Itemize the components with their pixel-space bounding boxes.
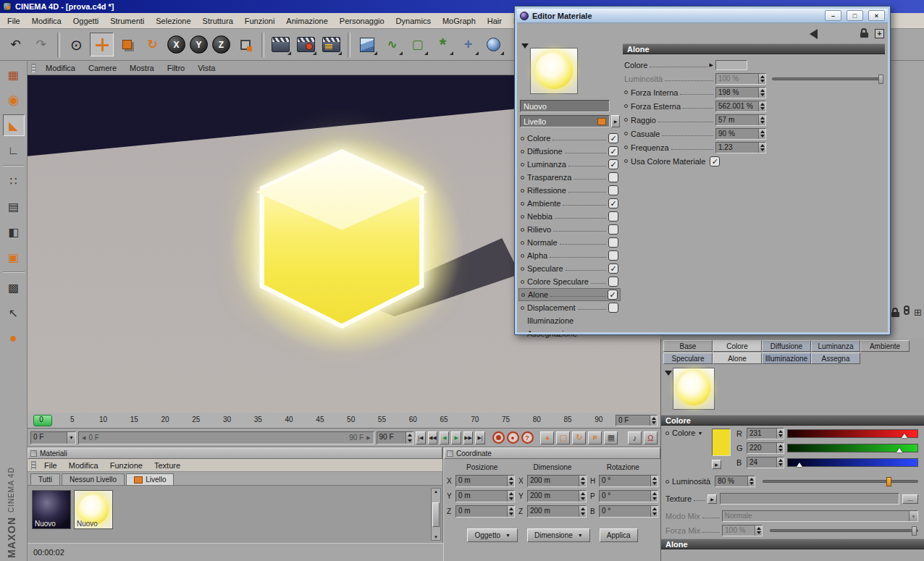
range-end-handle[interactable]: ▶ — [366, 435, 370, 441]
add-environment-button[interactable] — [482, 33, 505, 56]
stepper-icon[interactable] — [579, 506, 586, 517]
pos-y-field[interactable]: 0 m — [455, 490, 515, 502]
add-deformer-button[interactable]: + — [456, 33, 480, 56]
record-rotation-toggle[interactable]: ↻ — [572, 431, 586, 444]
anim-dot-icon[interactable] — [521, 150, 524, 153]
stepper-icon[interactable] — [758, 88, 765, 98]
material-editor-titlebar[interactable]: Editor Materiale – □ × — [517, 9, 888, 23]
channel-riflessione[interactable]: Riflessione — [518, 184, 621, 197]
preview-dropdown-icon[interactable] — [521, 43, 529, 48]
record-pla-toggle[interactable]: ▦ — [604, 431, 618, 444]
anim-dot-icon[interactable] — [521, 189, 524, 193]
stepper-icon[interactable] — [758, 143, 765, 153]
slider-marker-icon[interactable] — [902, 434, 907, 438]
channel-checkbox[interactable]: ✓ — [608, 146, 618, 156]
color-section-header[interactable]: Colore — [661, 415, 924, 426]
snap-toggle[interactable]: Ω — [644, 431, 658, 444]
goto-end-button[interactable]: ▶| — [475, 431, 484, 444]
channel-checkbox[interactable]: ✓ — [608, 263, 618, 274]
mat-menu-funzione[interactable]: Funzione — [104, 460, 148, 471]
render-settings-button[interactable] — [319, 33, 343, 56]
add-spline-button[interactable]: ∿ — [380, 33, 404, 56]
lock-icon[interactable] — [860, 28, 868, 38]
current-frame-field[interactable]: 0 F▼ — [30, 431, 76, 444]
channel-checkbox[interactable] — [608, 172, 618, 182]
material-thumbnail[interactable]: Nuovo — [32, 490, 71, 529]
model-mode-button[interactable]: ◉ — [3, 89, 25, 111]
brightness-field[interactable]: 80 % — [715, 476, 755, 487]
anim-dot-icon[interactable] — [521, 163, 524, 166]
render-view-button[interactable] — [269, 33, 293, 56]
render-picture-viewer-button[interactable] — [294, 33, 318, 56]
tab-illuminazione[interactable]: Illuminazione — [762, 353, 811, 364]
mat-menu-modifica[interactable]: Modifica — [63, 460, 104, 471]
coordinates-panel-header[interactable]: Coordinate — [444, 447, 660, 459]
slider-marker-icon[interactable] — [797, 463, 802, 467]
menu-dynamics[interactable]: Dynamics — [390, 14, 437, 28]
record-scale-toggle[interactable]: ▢ — [556, 431, 570, 444]
range-start-handle[interactable]: ◀ — [82, 435, 85, 441]
sound-toggle[interactable]: ♪ — [628, 431, 642, 444]
polygons-mode-button[interactable]: ◧ — [3, 221, 25, 242]
dim-y-field[interactable]: 200 m — [527, 490, 587, 502]
material-preview[interactable] — [530, 48, 578, 94]
slider-handle[interactable] — [886, 477, 891, 486]
vp-menu-mostra[interactable]: Mostra — [124, 62, 160, 74]
tab-assegna[interactable]: Assegna — [811, 353, 860, 364]
menu-mograph[interactable]: MoGraph — [437, 14, 482, 28]
texture-browse-button[interactable]: ... — [902, 494, 918, 504]
channel-nebbia[interactable]: Nebbia — [518, 210, 621, 223]
radius-field[interactable]: 57 m — [715, 114, 766, 126]
stepper-icon[interactable] — [650, 416, 657, 426]
tab-colore[interactable]: Colore — [713, 340, 762, 352]
brightness-slider[interactable] — [763, 480, 918, 483]
layer-dropdown[interactable]: Livello — [520, 115, 610, 127]
green-value-field[interactable]: 220 — [747, 442, 784, 454]
stepper-icon[interactable] — [747, 476, 755, 486]
channel-checkbox[interactable] — [608, 250, 618, 261]
channel-colore[interactable]: Colore✓ — [518, 132, 621, 145]
drag-grip[interactable] — [31, 64, 36, 72]
channel-luminanza[interactable]: Luminanza✓ — [518, 158, 621, 171]
channel-alone[interactable]: Alone✓ — [518, 288, 621, 301]
stepper-icon[interactable] — [650, 506, 658, 517]
anim-dot-icon[interactable] — [665, 431, 669, 435]
end-frame-field[interactable]: 90 F — [377, 431, 414, 444]
anim-dot-icon[interactable] — [521, 280, 524, 284]
rot-h-field[interactable]: 0 ° — [599, 475, 658, 487]
restore-button[interactable]: □ — [847, 10, 863, 21]
channel-diffusione[interactable]: Diffusione✓ — [518, 145, 621, 158]
lock-icon[interactable] — [891, 307, 899, 317]
vp-menu-camere[interactable]: Camere — [83, 62, 122, 74]
alone-section-header[interactable]: Alone — [661, 539, 924, 549]
menu-funzioni[interactable]: Funzioni — [239, 14, 281, 28]
texture-axis-button[interactable]: ▩ — [3, 277, 25, 298]
snap-settings-button[interactable]: ↖ — [3, 302, 25, 324]
record-keyframe-button[interactable] — [492, 431, 505, 444]
anim-dot-icon[interactable] — [521, 267, 524, 271]
lock-z-button[interactable]: Z — [212, 35, 230, 54]
channel-checkbox[interactable] — [608, 303, 618, 313]
vp-menu-filtro[interactable]: Filtro — [161, 62, 190, 74]
glowing-cube-object[interactable] — [251, 149, 433, 329]
stepper-icon[interactable] — [650, 491, 658, 502]
dimension-dropdown[interactable]: Dimensione▼ — [527, 528, 590, 542]
vp-menu-modifica[interactable]: Modifica — [40, 62, 81, 74]
stepper-icon[interactable] — [507, 476, 514, 486]
tab-luminanza[interactable]: Luminanza — [811, 340, 860, 352]
rot-b-field[interactable]: 0 ° — [599, 505, 658, 518]
add-nurbs-button[interactable]: ▢ — [406, 33, 429, 56]
apply-button[interactable]: Applica — [600, 528, 638, 542]
points-mode-button[interactable]: ∷ — [3, 170, 25, 192]
slider-handle[interactable] — [878, 75, 883, 84]
layout-grid-icon[interactable]: ⊞ — [914, 307, 922, 318]
channel-trasparenza[interactable]: Trasparenza — [518, 171, 621, 184]
tab-alone[interactable]: Alone — [713, 353, 762, 364]
scrollbar-thumb[interactable] — [432, 502, 440, 527]
workplane-mode-button[interactable]: ∟ — [3, 140, 25, 161]
preview-dropdown-icon[interactable] — [665, 371, 672, 376]
menu-file[interactable]: File — [1, 14, 26, 28]
anim-dot-icon[interactable] — [521, 293, 525, 297]
channel-checkbox[interactable] — [608, 237, 618, 248]
record-options-button[interactable]: ? — [521, 431, 534, 444]
